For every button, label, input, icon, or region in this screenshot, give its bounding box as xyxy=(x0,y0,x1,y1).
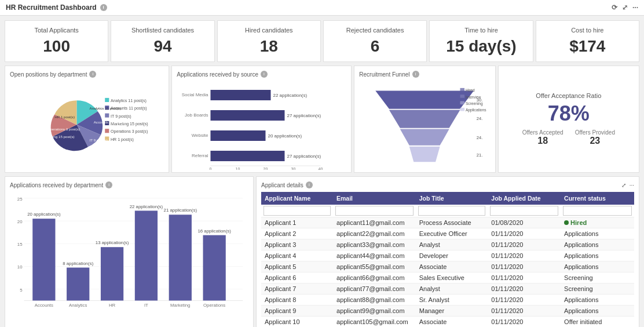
table-row[interactable]: Applicant 7 applicant77@gmail.com Analys… xyxy=(261,284,634,295)
filter-email-cell[interactable] xyxy=(333,205,416,217)
applicant-details-card: Applicant details i ⤢ ··· Applicant Name… xyxy=(256,176,639,327)
table-row[interactable]: Applicant 8 applicant88@gmail.com Sr. An… xyxy=(261,295,634,306)
table-more-icon[interactable]: ··· xyxy=(630,182,634,188)
more-icon[interactable]: ··· xyxy=(632,3,638,12)
filter-date-cell[interactable] xyxy=(488,205,561,217)
cell-name: Applicant 10 xyxy=(261,317,333,328)
filter-title-cell[interactable] xyxy=(416,205,488,217)
svg-rect-51 xyxy=(460,108,465,111)
kpi-label-3: Rejected candidates xyxy=(331,27,419,34)
table-expand-icon[interactable]: ⤢ xyxy=(621,182,626,188)
dashboard-title: HR Recruitment Dashboard xyxy=(6,3,97,12)
col-date: Job Applied Date xyxy=(488,192,561,205)
kpi-value-1: 94 xyxy=(118,37,207,56)
cell-name: Applicant 5 xyxy=(261,261,333,272)
svg-text:IT 9 post(s): IT 9 post(s) xyxy=(111,114,131,119)
svg-text:21.: 21. xyxy=(477,152,482,158)
cell-name: Applicant 2 xyxy=(261,228,333,239)
status-normal: Screening xyxy=(564,285,593,292)
cell-email: applicant66@gmail.com xyxy=(333,272,416,284)
table-row[interactable]: Applicant 1 applicant11@gmail.com Proces… xyxy=(261,217,634,228)
status-normal: Applications xyxy=(564,241,598,248)
cell-email: applicant77@gmail.com xyxy=(333,284,416,295)
filter-row xyxy=(261,205,634,217)
status-dot xyxy=(564,220,569,225)
bar-chart-source-card: Applications received by source i Social… xyxy=(171,66,352,173)
bar-source-svg: Social Media Job Boards Website Referral… xyxy=(177,80,346,170)
pie-info-icon[interactable]: i xyxy=(89,71,96,78)
cell-title: Associate xyxy=(416,261,488,272)
filter-status-input[interactable] xyxy=(563,206,632,216)
col-email: Email xyxy=(333,192,416,205)
cell-date: 01/11/2020 xyxy=(488,228,561,239)
status-normal: Applications xyxy=(564,252,598,259)
svg-text:24.: 24. xyxy=(477,116,482,121)
filter-name-input[interactable] xyxy=(264,206,331,216)
offer-sub: Offers Accepted 18 Offers Provided 23 xyxy=(522,129,615,146)
cell-title: Analyst xyxy=(416,284,488,295)
svg-text:Operations 3 post(s): Operations 3 post(s) xyxy=(111,129,148,134)
dept-bar-svg: 25 20 15 10 5 20 application(s) Accounts xyxy=(10,191,248,315)
bar-chart-source-title: Applications received by source i xyxy=(177,71,346,78)
cell-email: applicant55@gmail.com xyxy=(333,261,416,272)
table-row[interactable]: Applicant 4 applicant44@gmail.com Develo… xyxy=(261,250,634,261)
cell-title: Developer xyxy=(416,250,488,261)
bar-source-info-icon[interactable]: i xyxy=(261,71,268,78)
table-row[interactable]: Applicant 3 applicant33@gmail.com Analys… xyxy=(261,239,634,250)
expand-icon[interactable]: ⤢ xyxy=(622,3,628,12)
svg-text:Social Media: Social Media xyxy=(182,92,208,97)
funnel-chart-title: Recruitment Funnel i xyxy=(359,71,490,78)
kpi-value-2: 18 xyxy=(225,37,313,56)
kpi-label-2: Hired candidates xyxy=(225,27,313,34)
svg-text:15: 15 xyxy=(17,242,23,247)
filter-email-input[interactable] xyxy=(335,206,414,216)
kpi-card-3: Rejected candidates 6 xyxy=(323,20,427,62)
cell-date: 01/11/2020 xyxy=(488,317,561,328)
cell-name: Applicant 6 xyxy=(261,272,333,284)
cell-status: Applications xyxy=(561,261,634,272)
svg-text:Referral: Referral xyxy=(192,153,208,158)
svg-text:IT 9 post(s): IT 9 post(s) xyxy=(90,138,108,142)
status-normal: Offer initiated xyxy=(564,318,602,325)
svg-text:Analytics: Analytics xyxy=(69,303,87,308)
svg-text:27 application(s): 27 application(s) xyxy=(287,154,321,159)
svg-text:22 application(s): 22 application(s) xyxy=(130,204,163,209)
svg-rect-64 xyxy=(32,219,55,300)
funnel-info-icon[interactable]: i xyxy=(412,71,419,78)
cell-status: Applications xyxy=(561,250,634,261)
table-row[interactable]: Applicant 6 applicant66@gmail.com Sales … xyxy=(261,272,634,284)
filter-date-input[interactable] xyxy=(490,206,558,216)
svg-text:Operations 3 post(s): Operations 3 post(s) xyxy=(47,127,80,131)
cell-email: applicant88@gmail.com xyxy=(333,295,416,306)
svg-rect-45 xyxy=(460,88,465,92)
cell-name: Applicant 8 xyxy=(261,295,333,306)
applicant-table: Applicant Name Email Job Title Job Appli… xyxy=(261,192,634,327)
titlebar-left: HR Recruitment Dashboard i xyxy=(6,3,107,12)
filter-title-input[interactable] xyxy=(418,206,486,216)
cell-status: Applications xyxy=(561,295,634,306)
funnel-svg: 30. 24. 24. 21. Hired Interview Screenin… xyxy=(359,80,490,170)
table-row[interactable]: Applicant 2 applicant22@gmail.com Execut… xyxy=(261,228,634,239)
filter-status-cell[interactable] xyxy=(561,205,634,217)
table-info-icon[interactable]: i xyxy=(306,181,313,188)
sync-icon[interactable]: ⟳ xyxy=(612,3,617,12)
svg-text:30: 30 xyxy=(291,167,296,170)
cell-status: Applications xyxy=(561,228,634,239)
cell-date: 01/11/2020 xyxy=(488,250,561,261)
pie-chart-svg: Analytics 11 post(s) Accounts 11 post(s)… xyxy=(10,80,164,170)
status-hired: Hired xyxy=(564,219,631,226)
cell-email: applicant33@gmail.com xyxy=(333,239,416,250)
status-normal: Applications xyxy=(564,296,598,303)
table-row[interactable]: Applicant 5 applicant55@gmail.com Associ… xyxy=(261,261,634,272)
dashboard: Total Applicants 100 Shortlisted candida… xyxy=(0,16,644,327)
svg-text:20 application(s): 20 application(s) xyxy=(268,133,302,139)
title-info-icon[interactable]: i xyxy=(100,4,107,11)
svg-text:HR 1 post(s): HR 1 post(s) xyxy=(54,115,75,119)
table-row[interactable]: Applicant 9 applicant99@gmail.com Manage… xyxy=(261,306,634,317)
cell-name: Applicant 7 xyxy=(261,284,333,295)
kpi-value-3: 6 xyxy=(331,37,419,56)
table-row[interactable]: Applicant 10 applicant105@gmail.com Asso… xyxy=(261,317,634,328)
filter-name-cell[interactable] xyxy=(261,205,333,217)
dept-bar-info-icon[interactable]: i xyxy=(105,181,112,188)
svg-text:Marketing: Marketing xyxy=(170,303,190,308)
